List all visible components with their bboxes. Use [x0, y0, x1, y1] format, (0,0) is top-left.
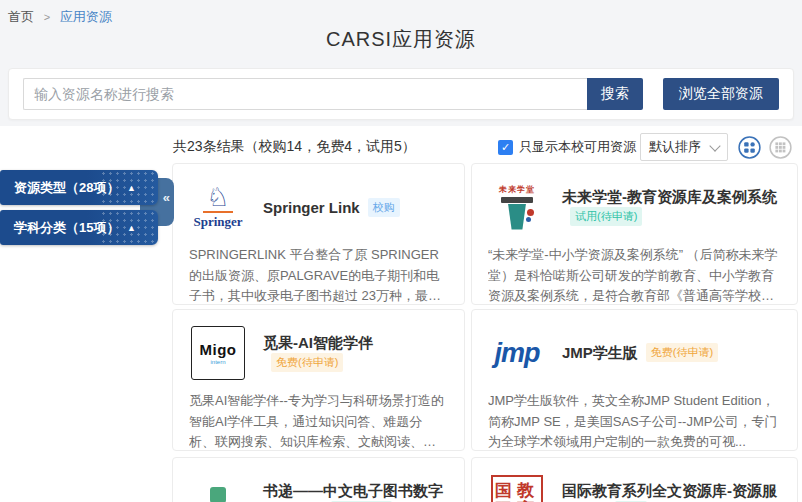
resource-card-weilaixuetang[interactable]: 未来学堂 未来学堂-教育资源库及案例系统试用(待申请) “未来学堂-中小学资源及…	[471, 163, 798, 305]
sort-select[interactable]: 默认排序	[640, 133, 728, 161]
page-title: CARSI应用资源	[0, 26, 802, 53]
search-button[interactable]: 搜索	[587, 78, 643, 110]
card-description: 觅果AI智能学伴--专为学习与科研场景打造的智能AI学伴工具，通过知识问答、难题…	[189, 391, 448, 451]
resource-card-guojijiaoyu[interactable]: 国际 教育 国际教育系列全文资源库-资源服务平台试用	[471, 457, 798, 502]
status-badge: 试用(待申请)	[570, 207, 642, 226]
resource-card-springer-link[interactable]: ♘ Springer Springer Link校购 SPRINGERLINK …	[172, 163, 465, 305]
filter-resource-type-label: 资源类型（28项）	[0, 179, 119, 197]
view-toggle-group	[738, 136, 792, 159]
card-title-row: Springer Link校购	[263, 198, 400, 217]
card-title-row: JMP学生版免费(待申请)	[562, 343, 718, 363]
card-title: JMP学生版	[562, 344, 638, 361]
results-summary: 共23条结果（校购14，免费4，试用5）	[173, 138, 416, 156]
filter-subject-category[interactable]: 学科分类（15项） ▲	[0, 210, 158, 245]
card-title: 觅果-AI智能学伴	[263, 334, 373, 351]
resource-card-migo[interactable]: Migo intern 觅果-AI智能学伴免费(待申请) 觅果AI智能学伴--专…	[172, 309, 465, 451]
breadcrumb: 首页 > 应用资源	[8, 8, 112, 26]
jmp-logo: jmp	[488, 324, 546, 382]
triangle-up-icon: ▲	[127, 223, 136, 233]
breadcrumb-current-link[interactable]: 应用资源	[60, 9, 112, 24]
only-available-checkbox[interactable]: ✓	[498, 140, 513, 155]
shudi-logo: 书递	[189, 472, 247, 502]
card-title-row: 未来学堂-教育资源库及案例系统试用(待申请)	[562, 188, 781, 226]
card-title: 书递——中文电子图书数字出版平台	[263, 482, 443, 502]
card-title: Springer Link	[263, 199, 360, 216]
search-input[interactable]	[23, 78, 587, 110]
chevron-down-icon	[709, 140, 720, 151]
resource-card-jmp[interactable]: jmp JMP学生版免费(待申请) JMP学生版软件，英文全称JMP Stude…	[471, 309, 798, 451]
triangle-up-icon: ▲	[127, 183, 136, 193]
breadcrumb-separator: >	[44, 11, 50, 23]
card-title: 国际教育系列全文资源库-资源服务平台	[562, 482, 777, 502]
table-view-icon[interactable]	[769, 136, 792, 159]
sort-selected-value: 默认排序	[649, 138, 701, 156]
weilaixuetang-logo: 未来学堂	[488, 178, 546, 236]
browse-all-button[interactable]: 浏览全部资源	[663, 78, 779, 110]
status-badge: 免费(待申请)	[271, 353, 343, 372]
card-title-row: 书递——中文电子图书数字出版平台试用 (待申	[263, 482, 448, 502]
filter-subject-category-label: 学科分类（15项）	[0, 219, 119, 237]
migo-logo: Migo intern	[189, 324, 247, 382]
card-title: 未来学堂-教育资源库及案例系统	[562, 188, 777, 205]
card-description: “未来学堂-中小学资源及案例系统” （后简称未来学堂）是科恰喏斯公司研发的学前教…	[488, 245, 781, 305]
springer-knight-icon: ♘	[206, 184, 229, 210]
collapse-icon: «	[163, 190, 170, 205]
filter-sidebar: « 资源类型（28项） ▲ 学科分类（15项） ▲	[0, 170, 176, 250]
status-badge: 校购	[368, 198, 400, 217]
card-description: JMP学生版软件，英文全称JMP Student Edition，简称JMP S…	[488, 391, 781, 451]
search-panel: 搜索 浏览全部资源	[8, 68, 794, 120]
podium-icon	[500, 197, 534, 231]
card-title-row: 觅果-AI智能学伴免费(待申请)	[263, 334, 448, 372]
card-title-row: 国际教育系列全文资源库-资源服务平台试用	[562, 482, 781, 502]
card-description: SPRINGERLINK 平台整合了原 SPRINGER 的出版资源、原PALG…	[189, 245, 448, 305]
resource-card-shudi[interactable]: 书递 书递——中文电子图书数字出版平台试用 (待申	[172, 457, 465, 502]
shudi-mark-icon	[210, 487, 226, 502]
springer-logo: ♘ Springer	[189, 178, 247, 236]
filter-resource-type[interactable]: 资源类型（28项） ▲	[0, 170, 158, 205]
results-controls: ✓ 只显示本校可用资源 默认排序	[498, 133, 792, 161]
guojijiaoyu-logo: 国际 教育	[488, 472, 546, 502]
card-view-icon[interactable]	[738, 136, 761, 159]
status-badge: 免费(待申请)	[646, 343, 718, 362]
only-available-checkbox-label[interactable]: 只显示本校可用资源	[519, 138, 636, 156]
breadcrumb-home-link[interactable]: 首页	[8, 9, 34, 24]
